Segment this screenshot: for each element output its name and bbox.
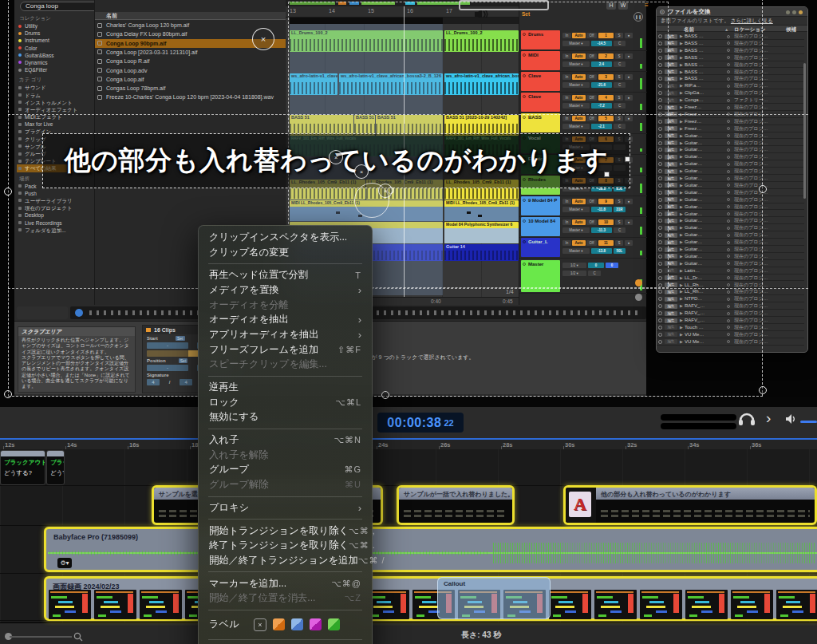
menu-separator <box>208 639 362 640</box>
menu-separator <box>208 496 362 497</box>
menu-item[interactable]: オーディオを抽出› <box>199 312 372 327</box>
headphone-icon[interactable] <box>738 410 756 429</box>
selection-handle[interactable] <box>4 390 12 398</box>
audio-meter <box>661 414 736 421</box>
label-color-swatch[interactable] <box>328 618 340 630</box>
timecode-frames: 22 <box>444 418 453 428</box>
timeline-ruler[interactable]: 12s14s16s18s20s22s24s26s28s30s32s34s36s <box>0 438 817 449</box>
ruler-tick-label: 34s <box>689 441 700 448</box>
context-menu: クリップインスペクタを表示...クリップ名の変更再生ヘッド位置で分割Tメディアを… <box>198 225 373 644</box>
selection-handle[interactable] <box>759 386 767 394</box>
caption-clip[interactable]: A他の部分も入れ替わっているのがわかります <box>563 485 817 525</box>
menu-item-label-colors: ラベル× <box>199 614 372 635</box>
chevron-right-icon[interactable]: › <box>766 409 771 427</box>
timecode-main: 00:00:38 <box>387 416 441 430</box>
selection-handle[interactable] <box>4 188 12 196</box>
caption-body-lines <box>601 515 810 517</box>
menu-separator <box>208 571 362 572</box>
menu-item[interactable]: 無効にする <box>199 410 372 425</box>
menu-item-text: 入れ子を解除 <box>209 448 268 462</box>
caption-body-lines <box>404 515 507 517</box>
menu-item: 開始／終了位置を消去...⌥Z <box>199 591 372 606</box>
menu-item[interactable]: メディアを置換› <box>199 282 372 298</box>
caption-header: 他の部分も入れ替わっているのがわかります <box>596 488 815 500</box>
selection-handle[interactable] <box>381 391 389 399</box>
menu-item[interactable]: 開始トランジションを取り除く⌥⌘ , <box>199 523 372 539</box>
video-thumbnail <box>367 590 409 619</box>
caption-icon-box: A <box>566 488 596 523</box>
subtitle-resize-handle[interactable] <box>604 172 610 177</box>
menu-item[interactable]: 開始／終了トランジションを追加⌥⌘ / <box>199 553 372 568</box>
menu-separator <box>208 610 362 610</box>
caption-clip-blackout[interactable]: ブラックアウト どうする? <box>0 450 45 485</box>
close-circle-marker[interactable]: × <box>329 150 343 164</box>
label-color-swatch[interactable] <box>310 618 322 630</box>
menu-item-text: 開始／終了トランジションを追加 <box>209 554 358 567</box>
window-button <box>786 10 791 15</box>
menu-shortcut: ⌥⌘ . <box>349 540 376 551</box>
label-color-swatch[interactable] <box>273 618 285 630</box>
callout-clip[interactable]: Callout <box>437 577 551 619</box>
close-circle-marker[interactable]: × <box>354 164 369 179</box>
ruler-tick-label: 14s <box>67 441 77 448</box>
caption-text: 他の部分も入れ替わっているのがわかります <box>596 488 815 499</box>
menu-item[interactable]: クリップ名の変更 <box>199 245 372 260</box>
menu-item-text: オーディオを抽出 <box>209 313 289 326</box>
menu-shortcut: ⌥Z <box>345 593 361 603</box>
window-button <box>792 10 797 15</box>
menu-item[interactable]: 入れ子⌥⌘N <box>199 433 372 448</box>
video-clip[interactable]: 画面録画 2024/02/23 <box>44 576 817 621</box>
menu-item: オーディオを分離 <box>199 298 372 313</box>
audio-clip[interactable]: Babyface Pro (71985099) ⚙▾ <box>44 527 817 572</box>
selection-handle[interactable] <box>759 185 767 193</box>
subtitle-resize-handle[interactable] <box>625 156 630 162</box>
menu-shortcut: T <box>355 271 361 280</box>
menu-item-text: 逆再生 <box>209 381 239 394</box>
menu-shortcut: ⌥⌘ , <box>349 526 376 536</box>
menu-item-text: プロキシ <box>209 501 249 515</box>
column-candidate: 候補 <box>786 26 796 33</box>
audio-meter <box>661 423 736 429</box>
caption-header: サンプルが一括で入れ替わりました。 <box>399 488 512 500</box>
menu-item[interactable]: 終了トランジションを取り除く⌥⌘ . <box>199 538 372 553</box>
menu-shortcut: ⇧⌘F <box>337 345 361 355</box>
caption-clip[interactable]: サンプルが一括で入れ替わりました。 <box>397 485 515 525</box>
menu-shortcut: ⌥⌘N <box>334 435 361 445</box>
menu-item[interactable]: フリーズフレームを追加⇧⌘F <box>199 342 372 358</box>
close-circle-marker[interactable]: × <box>252 28 274 50</box>
speaker-icon[interactable] <box>785 413 798 428</box>
menu-item[interactable]: 再生ヘッド位置で分割T <box>199 267 372 282</box>
menu-item[interactable]: ロック⌥⌘L <box>199 395 372 410</box>
ruler-tick-label: 32s <box>627 441 637 448</box>
gear-icon[interactable]: ⚙▾ <box>57 558 72 568</box>
label-color-swatch[interactable] <box>291 618 303 630</box>
zoom-slider-track[interactable] <box>10 636 72 638</box>
video-thumbnail <box>140 590 182 619</box>
magnifier-icon <box>73 630 83 644</box>
timecode-display[interactable]: 00:00:38 22 <box>377 413 464 433</box>
label-none-swatch[interactable]: × <box>254 618 266 631</box>
menu-item[interactable]: プロキシ› <box>199 500 372 516</box>
menu-item-text: クリップ名の変更 <box>209 246 289 259</box>
menu-item[interactable]: マーカーを追加...⌥⌘@ <box>199 576 372 591</box>
menu-item[interactable]: 逆再生 <box>199 380 372 395</box>
close-circle-marker[interactable]: × <box>378 184 393 198</box>
volume-slider[interactable] <box>800 421 817 423</box>
callout-clip-title: Callout <box>438 578 550 587</box>
menu-item-text: ロック <box>209 396 239 409</box>
menu-item-text: 再生ヘッド位置で分割 <box>209 268 308 282</box>
menu-item: 入れ子を解除 <box>199 448 372 463</box>
caption-clip-blackout-2[interactable]: ブラックアウト どうする? <box>46 450 65 485</box>
menu-item-text: オーディオを分離 <box>209 298 289 312</box>
menu-item[interactable]: アプリオーディオを抽出› <box>199 327 372 342</box>
timeline-tracks: ブラックアウト どうする? ブラックアウト どうする? サンプルを選択サンプルが… <box>0 449 817 622</box>
menu-item: グループ解除⌘U <box>199 477 372 492</box>
audio-clip-title: Babyface Pro (71985099) <box>46 529 817 541</box>
menu-separator <box>208 519 362 520</box>
ruler-tick-label: 36s <box>752 441 762 448</box>
menu-item[interactable]: クリップインスペクタを表示... <box>199 230 372 245</box>
menu-item[interactable]: グループ⌘G <box>199 463 372 478</box>
video-thumbnail <box>640 590 682 619</box>
menu-separator <box>208 263 362 264</box>
menu-item-text: マーカーを追加... <box>209 577 286 591</box>
